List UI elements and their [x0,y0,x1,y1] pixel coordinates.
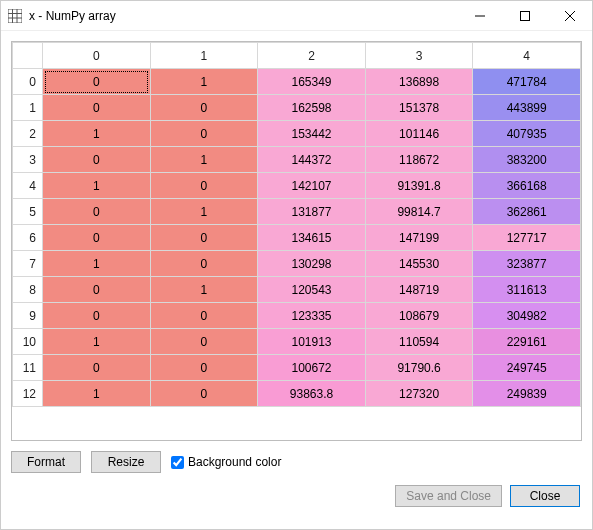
close-window-button[interactable] [547,1,592,31]
table-cell[interactable]: 0 [150,355,258,381]
table-cell[interactable]: 311613 [473,277,581,303]
table-cell[interactable]: 91391.8 [365,173,473,199]
table-cell[interactable]: 1 [43,251,151,277]
table-cell[interactable]: 1 [43,381,151,407]
row-header[interactable]: 5 [13,199,43,225]
table-cell[interactable]: 99814.7 [365,199,473,225]
table-cell[interactable]: 118672 [365,147,473,173]
table-cell[interactable]: 151378 [365,95,473,121]
table-cell[interactable]: 123335 [258,303,366,329]
table-cell[interactable]: 120543 [258,277,366,303]
table-row: 900123335108679304982 [13,303,581,329]
table-cell[interactable]: 249745 [473,355,581,381]
table-cell[interactable]: 0 [43,225,151,251]
row-header[interactable]: 7 [13,251,43,277]
background-color-checkbox-input[interactable] [171,456,184,469]
table-cell[interactable]: 165349 [258,69,366,95]
table-cell[interactable]: 131877 [258,199,366,225]
table-cell[interactable]: 0 [43,95,151,121]
column-header[interactable]: 4 [473,43,581,69]
table-cell[interactable]: 100672 [258,355,366,381]
table-cell[interactable]: 142107 [258,173,366,199]
row-header[interactable]: 2 [13,121,43,147]
column-header[interactable]: 1 [150,43,258,69]
column-header[interactable]: 0 [43,43,151,69]
table-cell[interactable]: 0 [150,173,258,199]
table-cell[interactable]: 0 [150,251,258,277]
table-cell[interactable]: 130298 [258,251,366,277]
table-cell[interactable]: 1 [43,121,151,147]
row-header[interactable]: 8 [13,277,43,303]
table-cell[interactable]: 110594 [365,329,473,355]
row-header[interactable]: 4 [13,173,43,199]
column-header[interactable]: 3 [365,43,473,69]
maximize-button[interactable] [502,1,547,31]
table-cell[interactable]: 1 [150,69,258,95]
table-cell[interactable]: 145530 [365,251,473,277]
table-cell[interactable]: 101913 [258,329,366,355]
row-header[interactable]: 11 [13,355,43,381]
table-cell[interactable]: 0 [43,277,151,303]
table-cell[interactable]: 362861 [473,199,581,225]
table-cell[interactable]: 0 [43,69,151,95]
format-button[interactable]: Format [11,451,81,473]
table-cell[interactable]: 443899 [473,95,581,121]
table-cell[interactable]: 108679 [365,303,473,329]
table-cell[interactable]: 127320 [365,381,473,407]
table-cell[interactable]: 229161 [473,329,581,355]
table-cell[interactable]: 101146 [365,121,473,147]
table-cell[interactable]: 127717 [473,225,581,251]
close-button[interactable]: Close [510,485,580,507]
table-cell[interactable]: 1 [43,173,151,199]
table-cell[interactable]: 91790.6 [365,355,473,381]
table-cell[interactable]: 0 [150,329,258,355]
save-and-close-button[interactable]: Save and Close [395,485,502,507]
table-cell[interactable]: 471784 [473,69,581,95]
table-cell[interactable]: 162598 [258,95,366,121]
row-header[interactable]: 1 [13,95,43,121]
row-header[interactable]: 3 [13,147,43,173]
table-cell[interactable]: 0 [43,303,151,329]
table-cell[interactable]: 0 [43,355,151,381]
array-table[interactable]: 01234 0011653491368984717841001625981513… [12,42,581,407]
row-header[interactable]: 6 [13,225,43,251]
table-cell[interactable]: 134615 [258,225,366,251]
table-cell[interactable]: 1 [150,147,258,173]
table-cell[interactable]: 1 [43,329,151,355]
dialog-buttons: Save and Close Close [1,479,592,517]
table-cell[interactable]: 323877 [473,251,581,277]
resize-button[interactable]: Resize [91,451,161,473]
table-cell[interactable]: 407935 [473,121,581,147]
table-cell[interactable]: 249839 [473,381,581,407]
table-cell[interactable]: 148719 [365,277,473,303]
row-header[interactable]: 9 [13,303,43,329]
table-cell[interactable]: 0 [150,121,258,147]
table-cell[interactable]: 0 [150,95,258,121]
table-cell[interactable]: 0 [150,381,258,407]
table-row: 50113187799814.7362861 [13,199,581,225]
table-row: 301144372118672383200 [13,147,581,173]
table-cell[interactable]: 136898 [365,69,473,95]
table-cell[interactable]: 1 [150,277,258,303]
row-header[interactable]: 10 [13,329,43,355]
table-cell[interactable]: 304982 [473,303,581,329]
table-row: 001165349136898471784 [13,69,581,95]
table-cell[interactable]: 383200 [473,147,581,173]
table-cell[interactable]: 0 [150,303,258,329]
table-cell[interactable]: 93863.8 [258,381,366,407]
row-header[interactable]: 0 [13,69,43,95]
table-cell[interactable]: 0 [43,147,151,173]
table-cell[interactable]: 153442 [258,121,366,147]
row-header[interactable]: 12 [13,381,43,407]
background-color-checkbox[interactable]: Background color [171,455,281,469]
table-cell[interactable]: 147199 [365,225,473,251]
minimize-button[interactable] [457,1,502,31]
table-cell[interactable]: 0 [150,225,258,251]
column-header[interactable]: 2 [258,43,366,69]
table-row: 1010101913110594229161 [13,329,581,355]
table-cell[interactable]: 366168 [473,173,581,199]
table-cell[interactable]: 0 [43,199,151,225]
table-cell[interactable]: 1 [150,199,258,225]
array-table-scroll[interactable]: 01234 0011653491368984717841001625981513… [12,42,581,440]
table-cell[interactable]: 144372 [258,147,366,173]
